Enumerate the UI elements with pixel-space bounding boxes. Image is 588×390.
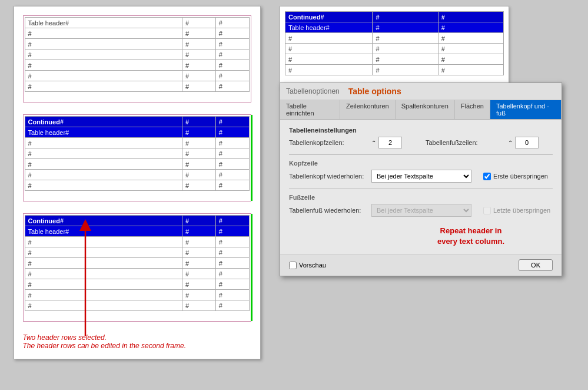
header-repeat-select[interactable]: Bei jeder Textspalte: [371, 170, 471, 183]
table-row: ###: [25, 159, 249, 170]
skip-last-wrapper: Letzte überspringen: [483, 207, 550, 214]
doc-table-3: Continued# ## Table header# ## ### ### #…: [25, 215, 250, 311]
annotation-repeat: Repeat header inevery text column.: [389, 226, 553, 247]
footer-rows-input-wrapper: ⌃ 0: [508, 137, 539, 148]
mini-header-row: Table header# # #: [285, 22, 504, 33]
footer-repeat-row: Tabellenfuß wiederholen: Bei jeder Texts…: [289, 204, 553, 217]
left-panel: Table header# # # ### ### ### ### ### ##…: [0, 0, 274, 390]
continued2-col1: Continued#: [25, 216, 182, 226]
table-row: ###: [285, 54, 504, 65]
table-row: ###: [25, 60, 249, 71]
doc-table-2: Continued# ## Table header# ## ### ### #…: [25, 116, 250, 191]
skip-last-checkbox[interactable]: [483, 207, 491, 214]
footer-repeat-select[interactable]: Bei jeder Textspalte: [371, 204, 471, 217]
table-row: ###: [25, 247, 249, 258]
header-rows-label: Tabellenkopfzeilen:: [289, 139, 366, 146]
table-row: ###: [285, 44, 504, 54]
table3-header-row: Table header# ##: [25, 226, 249, 237]
skip-first-wrapper: Erste überspringen: [483, 173, 548, 180]
table3-continued-row: Continued# ##: [25, 216, 249, 226]
dialog-tabs: Tabelle einrichten Zeilenkonturen Spalte…: [280, 100, 562, 120]
mini-continued-row: Continued# # #: [285, 12, 504, 22]
document-page: Table header# # # ### ### ### ### ### ##…: [14, 6, 261, 359]
table-container-3: Continued# ## Table header# ## ### ### #…: [23, 213, 251, 322]
table-row: ###: [25, 39, 249, 49]
divider-1: [289, 154, 553, 155]
annotation-line1: Two header rows selected.: [23, 333, 251, 342]
ok-button[interactable]: OK: [519, 259, 553, 271]
table-row: ###: [25, 300, 249, 311]
header-repeat-label: Tabellenkopf wiederholen:: [289, 173, 366, 180]
header-rows-input-wrapper: ⌃ 2: [371, 137, 402, 148]
table-row: ###: [285, 33, 504, 44]
kopfzeile-section: Kopfzeile Tabellenkopf wiederholen: Bei …: [289, 160, 553, 183]
preview-checkbox[interactable]: [289, 262, 297, 269]
table-row: ###: [25, 71, 249, 81]
top-mini-table-container: Continued# # # Table header# # # ### ###…: [280, 6, 509, 90]
table1-header-col2: #: [182, 18, 216, 28]
top-mini-table: Continued# # # Table header# # # ### ###…: [285, 11, 504, 75]
divider-2: [289, 189, 553, 189]
table1-header-col1: Table header#: [25, 18, 182, 28]
tab-zeilenkonturen[interactable]: Zeilenkonturen: [340, 100, 396, 119]
right-panel: Continued# # # Table header# # # ### ###…: [274, 0, 588, 390]
doc-table-1: Table header# # # ### ### ### ### ### ##…: [25, 17, 250, 92]
preview-label: Vorschau: [299, 262, 326, 269]
table-row: ###: [25, 49, 249, 60]
table-row: ###: [25, 290, 249, 300]
dialog-footer: Vorschau OK: [280, 254, 562, 276]
dialog-body: Tabelleneinstellungen Tabellenkopfzeilen…: [280, 120, 562, 254]
header-rows-row: Tabellenkopfzeilen: ⌃ 2 Tabellenfußzeile…: [289, 137, 553, 148]
footer-rows-label: Tabellenfußzeilen:: [426, 139, 502, 146]
annotation-area: Two header rows selected. The header row…: [23, 333, 251, 350]
table-row: ###: [25, 81, 249, 92]
table-row: ###: [25, 269, 249, 279]
footer-rows-input[interactable]: 0: [515, 137, 539, 148]
table-row: ###: [25, 28, 249, 39]
skip-first-label: Erste überspringen: [493, 173, 548, 180]
continued-col1: Continued#: [25, 117, 182, 127]
skip-first-checkbox[interactable]: [483, 173, 491, 180]
table-row: ###: [25, 170, 249, 180]
table-row: ###: [25, 237, 249, 247]
dialog-title-bar: Tabellenoptionen Table options: [280, 83, 562, 100]
footer-repeat-label: Tabellenfuß wiederholen:: [289, 207, 366, 214]
table1-header: Table header# # #: [25, 18, 249, 28]
table3-header-col1: Table header#: [25, 226, 182, 237]
table-options-dialog: Tabellenoptionen Table options Tabelle e…: [280, 82, 562, 276]
table1-header-col3: #: [215, 18, 249, 28]
table-row: ###: [25, 138, 249, 148]
tab-tabellenkopf[interactable]: Tabellenkopf und -fuß: [490, 100, 562, 119]
table-row: ###: [285, 65, 504, 75]
fusszeile-label: Fußzeile: [289, 194, 553, 201]
table-row: ###: [25, 180, 249, 191]
tab-flaechen[interactable]: Flächen: [455, 100, 490, 119]
table-row: ###: [25, 258, 249, 269]
table2-header-row: Table header# ##: [25, 127, 249, 138]
annotation-line2: The header rows can be edited in the sec…: [23, 342, 251, 350]
preview-wrapper: Vorschau: [289, 262, 326, 269]
tabelleneinstellungen-section: Tabelleneinstellungen Tabellenkopfzeilen…: [289, 127, 553, 148]
tab-tabelle-einrichten[interactable]: Tabelle einrichten: [280, 100, 340, 119]
table2-header-col1: Table header#: [25, 127, 182, 138]
spinner-icon-footer: ⌃: [508, 140, 513, 146]
section-label-tabelleneinstellungen: Tabelleneinstellungen: [289, 127, 553, 134]
table-container-1: Table header# # # ### ### ### ### ### ##…: [23, 15, 251, 103]
header-repeat-row: Tabellenkopf wiederholen: Bei jeder Text…: [289, 170, 553, 183]
table2-continued-row: Continued# ##: [25, 117, 249, 127]
dialog-title-de: Tabellenoptionen: [286, 87, 340, 95]
table-container-2: Continued# ## Table header# ## ### ### #…: [23, 114, 251, 201]
table-row: ###: [25, 279, 249, 290]
skip-last-label: Letzte überspringen: [493, 207, 550, 214]
spinner-icon-header: ⌃: [371, 140, 376, 146]
dialog-title-en: Table options: [348, 87, 401, 96]
kopfzeile-label: Kopfzeile: [289, 160, 553, 167]
header-rows-input[interactable]: 2: [378, 137, 402, 148]
fusszeile-section: Fußzeile Tabellenfuß wiederholen: Bei je…: [289, 194, 553, 217]
table-row: ###: [25, 148, 249, 159]
tab-spaltenkonturen[interactable]: Spaltenkonturen: [396, 100, 455, 119]
